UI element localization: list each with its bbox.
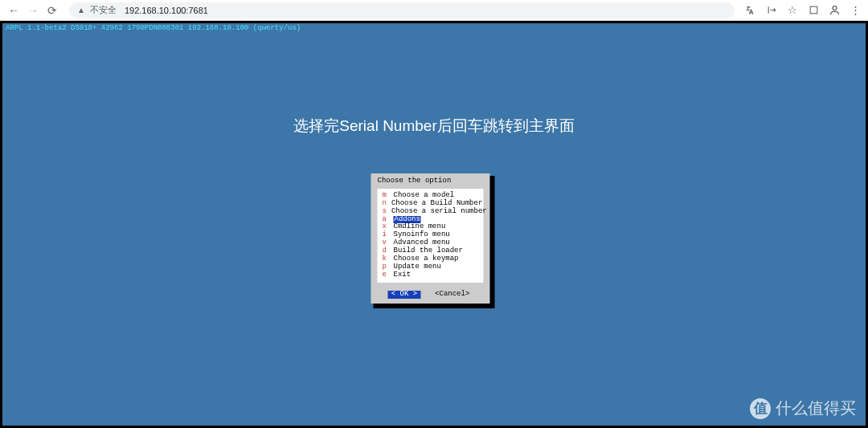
cancel-button[interactable]: <Cancel>	[432, 291, 473, 299]
forward-button[interactable]: →	[26, 3, 40, 18]
dialog-menu: mChoose a modelnChoose a Build NumbersCh…	[378, 189, 484, 283]
svg-rect-0	[810, 6, 817, 14]
browser-toolbar: ← → ⟳ ▲ 不安全 192.168.10.100:7681 ☆ ⋮	[0, 0, 868, 21]
insecure-icon: ▲	[77, 6, 85, 14]
address-bar[interactable]: ▲ 不安全 192.168.10.100:7681	[69, 2, 735, 18]
watermark-text: 什么值得买	[776, 397, 856, 419]
ok-button[interactable]: < OK >	[388, 291, 420, 299]
url-text: 192.168.10.100:7681	[125, 6, 208, 15]
share-icon[interactable]	[765, 4, 778, 17]
menu-icon[interactable]: ⋮	[849, 4, 862, 17]
instruction-text: 选择完Serial Number后回车跳转到主界面	[293, 116, 574, 137]
reload-button[interactable]: ⟳	[45, 3, 59, 18]
browser-actions: ☆ ⋮	[744, 4, 862, 17]
extensions-icon[interactable]	[807, 4, 820, 17]
menu-item-label: Exit	[394, 271, 411, 279]
terminal-screen: ARPL 1.1-beta2 DS918+ 42962 1790PDN00830…	[2, 23, 866, 426]
terminal-status-line: ARPL 1.1-beta2 DS918+ 42962 1790PDN00830…	[2, 23, 866, 33]
translate-icon[interactable]	[744, 4, 757, 17]
back-button[interactable]: ←	[6, 3, 21, 18]
menu-dialog: Choose the option mChoose a modelnChoose…	[374, 176, 495, 308]
svg-point-1	[833, 6, 837, 10]
bookmark-icon[interactable]: ☆	[786, 4, 799, 17]
dialog-title: Choose the option	[371, 173, 490, 189]
watermark-badge-icon: 值	[750, 398, 771, 419]
page-viewport: ARPL 1.1-beta2 DS918+ 42962 1790PDN00830…	[0, 21, 868, 428]
profile-icon[interactable]	[828, 4, 841, 17]
security-label: 不安全	[90, 4, 117, 16]
menu-item-key: e	[383, 271, 389, 279]
watermark: 值 什么值得买	[750, 397, 856, 419]
menu-item-e[interactable]: eExit	[383, 271, 479, 279]
